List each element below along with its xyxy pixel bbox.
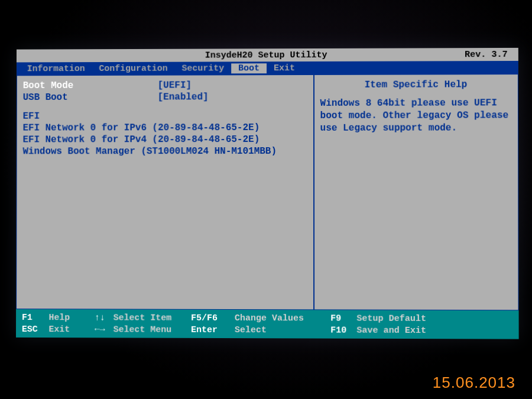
setting-boot-mode[interactable]: Boot Mode [UEFI] [23, 80, 307, 91]
menu-boot[interactable]: Boot [231, 63, 267, 73]
bios-revision: Rev. 3.7 [465, 49, 508, 59]
boot-entry-ipv6[interactable]: EFI Network 0 for IPv6 (20-89-84-48-65-2… [23, 122, 307, 134]
usb-boot-value: [Enabled] [158, 92, 209, 102]
help-title: Item Specific Help [320, 79, 512, 90]
efi-section-label: EFI [23, 111, 307, 122]
footer-row-2: ESC Exit ←→ Select Menu Enter Select F10… [22, 323, 513, 337]
desc-help: Help [48, 313, 94, 323]
bios-screen: InsydeH20 Setup Utility Rev. 3.7 Informa… [16, 48, 519, 339]
desc-change-values: Change Values [235, 313, 330, 323]
title-bar: InsydeH20 Setup Utility Rev. 3.7 [17, 48, 518, 63]
key-updown: ↑↓ [95, 313, 113, 323]
help-pane: Item Specific Help Windows 8 64bit pleas… [314, 74, 519, 310]
help-text: Windows 8 64bit please use UEFI boot mod… [320, 97, 512, 134]
boot-mode-label: Boot Mode [23, 80, 158, 91]
key-leftright: ←→ [95, 325, 113, 335]
desc-save-exit: Save and Exit [356, 325, 426, 335]
boot-entry-winboot[interactable]: Windows Boot Manager (ST1000LM024 HN-M10… [22, 146, 307, 157]
key-enter: Enter [191, 325, 235, 335]
footer-bar: F1 Help ↑↓ Select Item F5/F6 Change Valu… [16, 309, 519, 339]
key-f9: F9 [330, 313, 356, 323]
footer-row-1: F1 Help ↑↓ Select Item F5/F6 Change Valu… [22, 312, 513, 325]
key-esc: ESC [22, 325, 49, 335]
boot-mode-value: [UEFI] [158, 80, 192, 90]
menu-security[interactable]: Security [175, 63, 232, 73]
desc-select: Select [235, 325, 330, 336]
key-f5f6: F5/F6 [191, 313, 235, 323]
menu-bar: Information Configuration Security Boot … [17, 61, 518, 75]
boot-entry-ipv4[interactable]: EFI Network 0 for IPv4 (20-89-84-48-65-2… [23, 134, 307, 145]
desc-select-item: Select Item [113, 313, 191, 323]
key-f10: F10 [330, 325, 356, 335]
desc-exit: Exit [48, 325, 94, 335]
usb-boot-label: USB Boot [23, 92, 158, 103]
menu-exit[interactable]: Exit [267, 63, 302, 73]
setting-usb-boot[interactable]: USB Boot [Enabled] [23, 92, 307, 103]
bios-title: InsydeH20 Setup Utility [205, 50, 327, 60]
menu-information[interactable]: Information [20, 64, 92, 74]
key-f1: F1 [22, 313, 49, 323]
photo-timestamp: 15.06.2013 [433, 374, 515, 392]
desc-select-menu: Select Menu [113, 325, 191, 335]
desc-setup-default: Setup Default [356, 313, 426, 323]
menu-configuration[interactable]: Configuration [92, 63, 175, 73]
settings-pane: Boot Mode [UEFI] USB Boot [Enabled] EFI … [16, 74, 314, 310]
content-area: Boot Mode [UEFI] USB Boot [Enabled] EFI … [16, 74, 518, 310]
